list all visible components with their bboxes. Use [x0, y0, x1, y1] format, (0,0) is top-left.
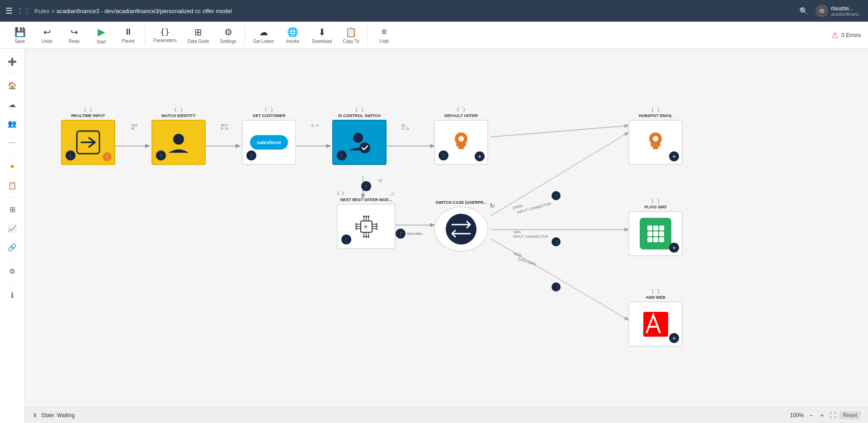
- return-menu[interactable]: ⋮: [396, 229, 406, 239]
- fit-screen-button[interactable]: ⛶: [830, 412, 836, 419]
- match-identity-icon: [166, 130, 191, 155]
- datagrids-button[interactable]: ⊞ Data Grids: [183, 24, 214, 47]
- is-control-switch-menu[interactable]: ⋮: [337, 150, 347, 160]
- settings-icon: ⚙: [224, 27, 232, 38]
- svg-rect-59: [647, 226, 652, 230]
- svg-rect-63: [653, 231, 658, 236]
- svg-point-48: [355, 228, 357, 230]
- canvas-content[interactable]: EMAIL INPUT CONNECTOR SMS INPUT CONNECTO…: [25, 49, 868, 423]
- node-hubspot-email[interactable]: { } HUBSPOT EMAIL +: [628, 107, 683, 165]
- parameters-button[interactable]: {} Parameters: [149, 24, 181, 46]
- aem-web-add[interactable]: +: [669, 333, 679, 343]
- svg-point-50: [376, 226, 377, 227]
- node-default-offer-box[interactable]: + ⋮: [434, 120, 488, 165]
- copyto-button[interactable]: 📋 Copy To: [338, 24, 364, 47]
- user-avatar[interactable]: rb rbeattie... acadianfinanc...: [816, 5, 863, 17]
- sidebar-item-users[interactable]: 👥: [3, 114, 21, 132]
- svg-text:⋮: ⋮: [555, 240, 559, 244]
- plivo-sms-add[interactable]: +: [669, 243, 679, 253]
- undo-button[interactable]: ↩ Undo: [34, 24, 60, 47]
- default-offer-add[interactable]: +: [475, 151, 485, 161]
- node-switch-case[interactable]: SWITCH CASE (USERPR... ↻: [434, 200, 488, 252]
- node-hubspot-email-box[interactable]: +: [628, 120, 683, 165]
- next-best-offer-chart: 📈: [391, 191, 396, 196]
- sidebar-item-grid[interactable]: ⊞: [3, 200, 21, 218]
- svg-line-9: [491, 239, 628, 320]
- node-is-control-switch-box[interactable]: ⋮: [332, 120, 387, 165]
- sidebar-item-network[interactable]: 🔗: [3, 238, 21, 256]
- node-plivo-sms[interactable]: { } PLIVO SMS: [628, 198, 683, 256]
- nav-dots[interactable]: ⋮⋮: [16, 7, 31, 15]
- node-plivo-sms-box[interactable]: +: [628, 211, 683, 256]
- node-default-offer[interactable]: { } DEFAULT OFFER + ⋮: [434, 107, 488, 165]
- match-identity-out-label: OUT D...G: [221, 124, 228, 130]
- default-offer-menu[interactable]: ⋮: [439, 150, 448, 160]
- save-button[interactable]: 💾 Save: [7, 24, 33, 47]
- svg-point-25: [359, 142, 370, 153]
- node-is-control-switch[interactable]: { } IS CONTROL SWITCH ⋮ IN... D...G: [332, 107, 387, 165]
- breadcrumb-root[interactable]: Rules: [34, 8, 49, 14]
- sidebar-item-clipboard[interactable]: 📋: [3, 176, 21, 194]
- zoom-in-button[interactable]: +: [818, 412, 826, 419]
- node-get-customer-box[interactable]: salesforce ⋮: [242, 120, 296, 165]
- node-realtime-input[interactable]: { } REALTIME INPUT ! ⋮ OUT IN: [61, 107, 115, 165]
- node-plivo-sms-label: PLIVO SMS: [644, 205, 666, 209]
- node-aem-web[interactable]: { } AEM WEB +: [628, 288, 683, 347]
- node-match-identity-label: MATCH IDENTITY: [161, 113, 195, 118]
- svg-rect-62: [647, 231, 652, 236]
- invoke-button[interactable]: 🌐 Invoke: [280, 24, 306, 47]
- logs-button[interactable]: ≡ Logs: [372, 24, 397, 46]
- node-next-best-offer-box[interactable]: ✳: [337, 204, 396, 249]
- next-best-offer-menu[interactable]: ⋮: [341, 235, 351, 244]
- get-customer-menu[interactable]: ⋮: [246, 150, 256, 160]
- datagrids-label: Data Grids: [188, 39, 209, 44]
- realtime-input-menu[interactable]: ⋮: [66, 150, 75, 160]
- logs-icon: ≡: [382, 27, 387, 37]
- node-get-customer[interactable]: { } GET CUSTOMER salesforce ⋮ G...U ...: [242, 107, 296, 165]
- sidebar-item-cloud[interactable]: ☁: [3, 95, 21, 113]
- getlatest-button[interactable]: ☁ Get Latest: [249, 24, 278, 47]
- zoom-out-button[interactable]: −: [807, 412, 815, 419]
- breadcrumb-path: acadianfinance3 - dev/acadianfinance3/pe…: [57, 8, 232, 14]
- svg-point-58: [446, 214, 476, 244]
- node-match-identity[interactable]: { } MATCH IDENTITY ⋮ OUT D...G: [151, 107, 206, 165]
- node-realtime-input-box[interactable]: ! ⋮: [61, 120, 115, 165]
- start-button[interactable]: ▶ Start: [89, 24, 114, 47]
- node-match-identity-box[interactable]: ⋮: [151, 120, 206, 165]
- download-button[interactable]: ⬇ Download: [307, 24, 336, 47]
- hamburger-menu[interactable]: ☰: [5, 6, 13, 16]
- plivo-logo: [640, 218, 671, 249]
- sidebar-item-settings[interactable]: ⚙: [3, 262, 21, 280]
- node-switch-case-box[interactable]: [434, 207, 488, 252]
- svg-point-23: [173, 134, 184, 145]
- search-icon[interactable]: 🔍: [799, 7, 808, 15]
- sidebar-item-dot[interactable]: ●: [3, 157, 21, 175]
- settings-button[interactable]: ⚙ Settings: [215, 24, 241, 47]
- user-name: rbeattie...: [831, 5, 863, 12]
- salesforce-cloud: salesforce: [250, 135, 288, 150]
- redo-button[interactable]: ↪ Redo: [61, 24, 87, 47]
- sidebar-item-home[interactable]: 🏠: [3, 76, 21, 94]
- pause-button[interactable]: ⏸ Pause: [116, 24, 141, 46]
- return-label: ⋮ RETURN...: [396, 229, 425, 239]
- node-next-best-offer[interactable]: ᶻZ ⋮ { } 📈 NEXT BEST OFFER MOD... ✳: [337, 187, 396, 249]
- sidebar-item-chart[interactable]: 📈: [3, 219, 21, 237]
- hubspot-email-add[interactable]: +: [669, 151, 679, 161]
- node-aem-web-box[interactable]: +: [628, 301, 683, 347]
- sleep-icon: ᶻZ: [378, 179, 382, 183]
- sidebar-item-more[interactable]: ⋯: [3, 133, 21, 151]
- svg-point-28: [462, 142, 466, 147]
- nav-right: 🔍 rb rbeattie... acadianfinanc...: [799, 5, 863, 17]
- toolbar: 💾 Save ↩ Undo ↪ Redo ▶ Start ⏸ Pause {} …: [0, 22, 868, 49]
- is-control-switch-out-label: IN... D...G: [402, 124, 409, 130]
- sidebar-item-add[interactable]: ➕: [3, 52, 21, 70]
- reset-button[interactable]: Reset: [840, 411, 861, 419]
- match-identity-menu[interactable]: ⋮: [156, 150, 166, 160]
- node-is-control-switch-label: IS CONTROL SWITCH: [338, 113, 380, 118]
- status-bar: ⏸ State: Waiting 100% − + ⛶ Reset: [25, 407, 868, 423]
- toolbar-separator-3: [368, 26, 368, 44]
- sidebar-item-info[interactable]: ℹ: [3, 286, 21, 304]
- invoke-label: Invoke: [286, 39, 299, 44]
- error-warning-icon: ⚠: [831, 30, 839, 40]
- next-best-offer-top-menu[interactable]: ⋮: [361, 181, 371, 191]
